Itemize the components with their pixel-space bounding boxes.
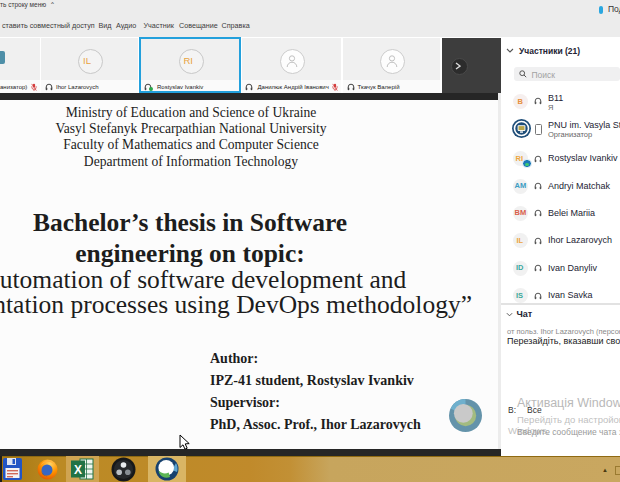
svg-text:X: X: [74, 463, 82, 477]
